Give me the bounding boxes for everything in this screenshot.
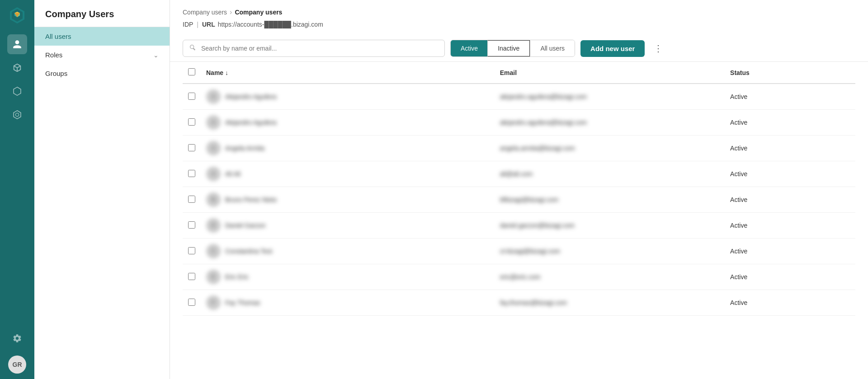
users-table-wrapper: Name ↓ Email Status AAlejandro Aguileraa…: [170, 62, 868, 379]
user-avatar[interactable]: GR: [8, 356, 26, 374]
table-row: BBruno Perez Nietobfbizagi@bizagi.comAct…: [183, 187, 855, 213]
row-user-email: bfbizagi@bizagi.com: [500, 196, 558, 203]
more-options-button[interactable]: ⋮: [650, 41, 666, 56]
row-status-cell: Active: [725, 136, 855, 161]
status-badge: Active: [730, 119, 747, 126]
sidebar-item-groups[interactable]: Groups: [34, 64, 170, 83]
row-user-name: Eric Eric: [225, 273, 249, 281]
idp-row: IDP | URL https://accounts-██████.bizagi…: [170, 19, 868, 35]
row-checkbox-cell: [183, 213, 201, 239]
row-email-cell: alejandro.aguilera@bizagi.com: [495, 84, 725, 110]
status-badge: Active: [730, 299, 747, 306]
row-checkbox[interactable]: [188, 118, 195, 126]
filter-active-button[interactable]: Active: [451, 40, 488, 56]
col-header-name: Name ↓: [201, 62, 495, 84]
row-user-name: Fay Thomas: [225, 299, 260, 306]
row-checkbox-cell: [183, 110, 201, 136]
search-input[interactable]: [183, 40, 445, 57]
row-email-cell: daniel.garzon@bizagi.com: [495, 213, 725, 239]
status-badge: Active: [730, 93, 747, 100]
add-user-button[interactable]: Add new user: [580, 40, 645, 57]
filter-inactive-button[interactable]: Inactive: [487, 40, 530, 57]
row-checkbox-cell: [183, 187, 201, 213]
row-status-cell: Active: [725, 290, 855, 316]
col-header-email: Email: [495, 62, 725, 84]
status-badge: Active: [730, 222, 747, 229]
row-checkbox[interactable]: [188, 93, 195, 100]
row-checkbox-cell: [183, 264, 201, 290]
row-status-cell: Active: [725, 264, 855, 290]
row-name-cell: EEric Eric: [201, 264, 495, 290]
row-checkbox[interactable]: [188, 196, 195, 203]
row-name-cell: AAlejandro Aguilera: [201, 110, 495, 136]
filter-group: Active Inactive All users: [450, 40, 575, 57]
status-badge: Active: [730, 196, 747, 203]
row-checkbox[interactable]: [188, 144, 195, 151]
filter-all-button[interactable]: All users: [530, 40, 575, 56]
row-user-email: alejandro.aguilera@bizagi.com: [500, 93, 587, 100]
sidebar-item-all-users[interactable]: All users: [34, 27, 170, 46]
url-label: URL: [202, 21, 215, 28]
main-content: Company users › Company users IDP | URL …: [170, 0, 868, 379]
nav-bar: GR: [0, 0, 34, 379]
status-badge: Active: [730, 248, 747, 255]
row-checkbox-cell: [183, 239, 201, 264]
row-user-name: Angela Armita: [225, 145, 264, 152]
sidebar-item-label: All users: [45, 33, 71, 40]
nav-cube-icon[interactable]: [7, 58, 27, 78]
col-header-checkbox: [183, 62, 201, 84]
nav-hexagon-icon[interactable]: [7, 81, 27, 101]
sidebar-item-label: Groups: [45, 70, 67, 77]
idp-label: IDP: [183, 21, 193, 28]
status-badge: Active: [730, 170, 747, 178]
row-user-email: ali@ali.com: [500, 170, 533, 178]
row-status-cell: Active: [725, 84, 855, 110]
sidebar-item-roles[interactable]: Roles ⌄: [34, 46, 170, 64]
row-user-name: Alejandro Aguilera: [225, 119, 277, 126]
row-user-email: eric@eric.com: [500, 273, 541, 281]
row-status-cell: Active: [725, 161, 855, 187]
row-status-cell: Active: [725, 187, 855, 213]
row-email-cell: ali@ali.com: [495, 161, 725, 187]
nav-diamond-icon[interactable]: [7, 105, 27, 125]
logo[interactable]: [7, 5, 27, 25]
row-status-cell: Active: [725, 239, 855, 264]
row-user-name: Alejandro Aguilera: [225, 93, 277, 100]
breadcrumb-parent: Company users: [183, 9, 227, 16]
row-checkbox[interactable]: [188, 221, 195, 229]
nav-settings-icon[interactable]: [7, 328, 27, 348]
row-user-name: Constantina Test: [225, 248, 272, 255]
row-status-cell: Active: [725, 110, 855, 136]
row-user-email: daniel.garzon@bizagi.com: [500, 222, 575, 229]
row-user-email: ct-bizagi@bizagi.com: [500, 248, 560, 255]
row-checkbox-cell: [183, 290, 201, 316]
nav-users-icon[interactable]: [7, 34, 27, 54]
row-checkbox[interactable]: [188, 299, 195, 306]
row-checkbox[interactable]: [188, 247, 195, 254]
sidebar-title: Company Users: [34, 0, 170, 27]
sidebar: Company Users All users Roles ⌄ Groups: [34, 0, 170, 379]
row-checkbox-cell: [183, 161, 201, 187]
select-all-checkbox[interactable]: [188, 68, 195, 75]
row-name-cell: DDaniel Garzon: [201, 213, 495, 239]
row-email-cell: bfbizagi@bizagi.com: [495, 187, 725, 213]
row-checkbox-cell: [183, 136, 201, 161]
row-status-cell: Active: [725, 213, 855, 239]
breadcrumb-separator: ›: [230, 8, 232, 16]
search-icon: [189, 44, 196, 53]
row-user-email: angela.armita@bizagi.com: [500, 145, 575, 152]
row-email-cell: alejandro.aguilera@bizagi.com: [495, 110, 725, 136]
status-badge: Active: [730, 145, 747, 152]
row-checkbox[interactable]: [188, 273, 195, 280]
row-checkbox-cell: [183, 84, 201, 110]
row-name-cell: AAlejandro Aguilera: [201, 84, 495, 110]
idp-url-value: https://accounts-██████.bizagi.com: [218, 21, 323, 28]
chevron-down-icon: ⌄: [153, 51, 159, 59]
row-email-cell: angela.armita@bizagi.com: [495, 136, 725, 161]
row-checkbox[interactable]: [188, 170, 195, 177]
table-row: AAli Aliali@ali.comActive: [183, 161, 855, 187]
row-name-cell: BBruno Perez Nieto: [201, 187, 495, 213]
table-row: EEric Ericeric@eric.comActive: [183, 264, 855, 290]
row-name-cell: AAli Ali: [201, 161, 495, 187]
table-row: FFay Thomasfay.thomas@bizagi.comActive: [183, 290, 855, 316]
